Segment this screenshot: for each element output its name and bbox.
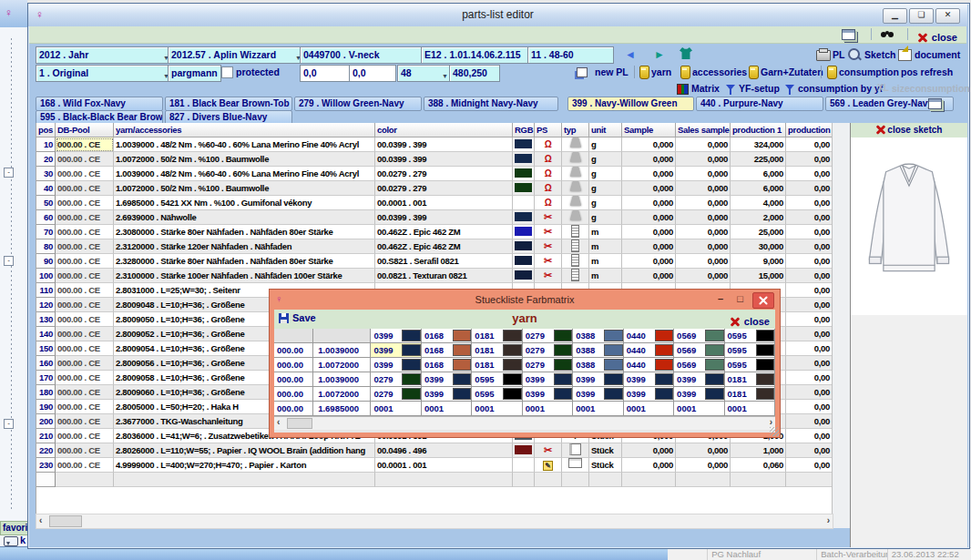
matrix-cell[interactable]: 0001	[422, 402, 472, 416]
dialog-hscrollbar[interactable]: ‹ ›	[274, 416, 775, 430]
matrix-cell[interactable]: 0399	[371, 343, 421, 358]
matrix-cell[interactable]: 0569	[674, 358, 724, 372]
user-field[interactable]: pargmann	[168, 65, 221, 82]
matrix-cell[interactable]: 0181	[725, 372, 775, 387]
matrix-cell[interactable]: 0569	[674, 343, 724, 358]
column-header[interactable]: DB-Pool	[56, 123, 114, 137]
matrix-cell[interactable]: 0388	[573, 343, 623, 358]
year-combo[interactable]: 2012 . Jahr▼	[36, 46, 172, 64]
amount-field[interactable]: 480,250	[449, 65, 500, 82]
table-row[interactable]: 90000.00 . CE2.3280000 . Stärke 80er Näh…	[36, 254, 833, 269]
column-header[interactable]: Sample	[622, 123, 676, 137]
quality-field[interactable]: E12 . 1.01.14.06.2.115	[421, 46, 533, 64]
matrix-cell[interactable]: 0399	[523, 372, 573, 387]
matrix-cell[interactable]: 0001	[624, 402, 674, 416]
scroll-left-icon[interactable]: ‹	[277, 416, 280, 428]
window-titlebar[interactable]: ♀ parts-list editor ▁ ❏ ✕	[28, 4, 967, 26]
restore-button[interactable]: ❏	[909, 8, 934, 24]
matrix-cell[interactable]: 0399	[422, 387, 472, 402]
column-header[interactable]: pos	[36, 123, 56, 137]
value1-field[interactable]: 0,0	[300, 65, 350, 82]
matrix-cell[interactable]: 0399	[523, 387, 573, 402]
matrix-cell[interactable]: 0168	[422, 329, 472, 343]
dialog-close-button[interactable]	[752, 292, 774, 309]
matrix-cell[interactable]: 0001	[371, 402, 421, 416]
column-header[interactable]: production 2	[786, 123, 833, 137]
matrix-cell[interactable]: 0001	[674, 402, 724, 416]
consumption-button[interactable]: consumption	[839, 66, 899, 79]
matrix-cell[interactable]: 0440	[624, 343, 674, 358]
table-row[interactable]: 230000.00 . CE4.9999000 . L=400;W=270;H=…	[36, 458, 833, 473]
matrix-cell[interactable]: 0181	[472, 358, 522, 372]
matrix-cell[interactable]: 0399	[674, 372, 724, 387]
scroll-left-icon[interactable]: ‹	[39, 514, 42, 526]
matrix-cell[interactable]: 0279	[523, 343, 573, 358]
matrix-cell[interactable]: 0399	[371, 329, 421, 343]
variant-combo[interactable]: 1 . Original▼	[36, 65, 172, 82]
article-cell[interactable]: 1.0039000	[313, 343, 371, 358]
column-header[interactable]: color	[375, 123, 513, 137]
dialog-minimize-button[interactable]: –	[718, 293, 723, 304]
prev-arrow-icon[interactable]: ◄	[625, 48, 636, 61]
matrix-cell[interactable]: 0388	[573, 329, 623, 343]
matrix-cell[interactable]: 0595	[725, 358, 775, 372]
matrix-cell[interactable]: 0440	[624, 358, 674, 372]
tab-colorway[interactable]: 440 . Purpure-Navy	[696, 97, 823, 111]
close-button[interactable]: ✕	[935, 8, 960, 24]
value2-field[interactable]: 0,0	[349, 65, 396, 82]
matrix-cell[interactable]: 0279	[523, 358, 573, 372]
matrix-cell[interactable]: 0388	[573, 358, 623, 372]
matrix-cell[interactable]: 0181	[472, 343, 522, 358]
table-row[interactable]: 80000.00 . CE2.3120000 . Stärke 120er Nä…	[36, 239, 833, 254]
size-combo[interactable]: 48▼	[397, 65, 451, 82]
protected-checkbox[interactable]	[221, 66, 233, 78]
dialog-close-link[interactable]: close	[731, 312, 770, 329]
sizes-field[interactable]: 11 . 48-60	[527, 46, 614, 64]
matrix-cell[interactable]: 0001	[573, 402, 623, 416]
table-row[interactable]: 60000.00 . CE2.6939000 . Nähwolle00.0399…	[36, 210, 833, 225]
article-cell[interactable]: 1.6985000	[313, 402, 371, 416]
matrix-cell[interactable]: 0569	[674, 329, 724, 343]
table-row[interactable]	[36, 473, 833, 487]
table-row[interactable]: 20000.00 . CE1.0072000 . 50/2 Nm . %100 …	[36, 152, 833, 167]
tab-colorway[interactable]: 279 . Willow Green-Navy	[294, 97, 422, 111]
tab-colorway[interactable]: 181 . Black Bear Brown-Tob	[165, 97, 292, 111]
minimize-button[interactable]: ▁	[883, 8, 907, 24]
table-row[interactable]: 70000.00 . CE2.3080000 . Stärke 80er Näh…	[36, 225, 833, 239]
new-pl-button[interactable]: new PL	[595, 66, 629, 79]
pl-button[interactable]: PL	[833, 48, 844, 62]
column-header[interactable]: production 1	[731, 123, 786, 137]
article-cell[interactable]: 1.0039000	[313, 372, 371, 387]
matrix-cell[interactable]: 0399	[624, 372, 674, 387]
matrix-cell[interactable]: 0168	[422, 358, 472, 372]
next-arrow-icon[interactable]: ►	[654, 48, 665, 61]
matrix-cell[interactable]: 0399	[371, 358, 421, 372]
consumption-by-yf-button[interactable]: consumption by yf	[798, 82, 883, 96]
pool-cell[interactable]: 000.00	[274, 372, 313, 387]
article-cell[interactable]: 1.0072000	[313, 387, 371, 402]
resize-grip[interactable]	[770, 427, 779, 436]
table-hscrollbar[interactable]: ‹ ›	[36, 514, 833, 529]
matrix-cell[interactable]: 0595	[472, 372, 522, 387]
matrix-cell[interactable]: 0595	[725, 329, 775, 343]
table-row[interactable]: 220000.00 . CE2.8026000 . L=110;W=55; . …	[36, 443, 833, 458]
form-icon[interactable]	[842, 29, 855, 40]
column-header[interactable]: Sales sample	[676, 123, 731, 137]
article-cell[interactable]: 1.0072000	[313, 358, 371, 372]
model-combo[interactable]: 2012.57 . Aplin Wizzard▼	[168, 46, 304, 64]
tab-colorway[interactable]: 388 . Midnight Navy-Navy	[424, 97, 558, 111]
matrix-cell[interactable]: 0279	[371, 387, 421, 402]
new-pl-icon[interactable]	[577, 67, 588, 77]
dialog-maximize-button[interactable]: □	[737, 293, 743, 304]
garn-zutaten-button[interactable]: Garn+Zutaten	[761, 66, 823, 79]
matrix-cell[interactable]: 0399	[674, 387, 724, 402]
pool-cell[interactable]: 000.00	[274, 358, 313, 372]
matrix-cell[interactable]: 0001	[472, 402, 522, 416]
article-field[interactable]: 0449700 . V-neck	[300, 46, 425, 64]
column-header[interactable]: RGB	[513, 123, 535, 137]
printer-icon[interactable]	[816, 50, 831, 61]
column-header[interactable]: typ	[562, 123, 589, 137]
yarn-button[interactable]: yarn	[651, 66, 671, 79]
matrix-cell[interactable]: 0399	[422, 372, 472, 387]
matrix-cell[interactable]: 0595	[725, 343, 775, 358]
